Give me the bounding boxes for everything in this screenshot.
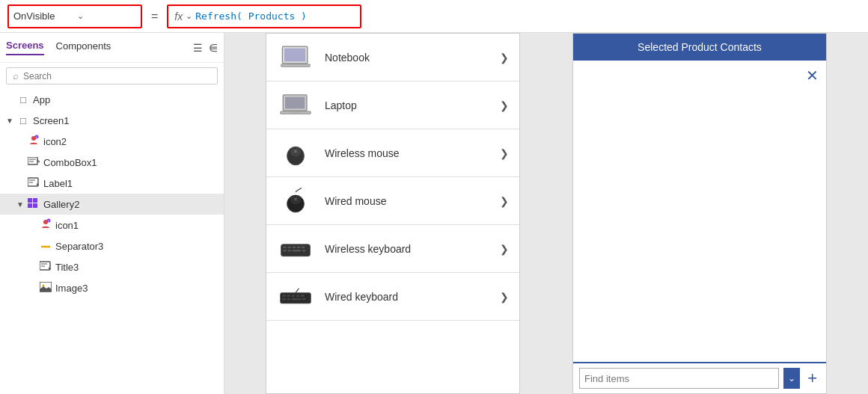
tabs-row: Screens Components ☰ ⋹ — [0, 33, 224, 63]
icon2-label: icon2 — [43, 136, 218, 147]
tree-arrow-screen1: ▼ — [6, 117, 13, 125]
tree-item-combobox1[interactable]: ComboBox1 — [0, 152, 224, 173]
formula-text: Refresh( Products ) — [195, 10, 307, 22]
svg-text:+: + — [48, 218, 50, 223]
canvas-area: Notebook ❯ Laptop ❯ — [224, 33, 868, 394]
equals-sign: = — [148, 10, 161, 23]
gallery-item-wireless-mouse[interactable]: Wireless mouse ❯ — [266, 129, 519, 177]
svg-rect-40 — [287, 246, 290, 248]
property-chevron[interactable]: ⌄ — [77, 11, 136, 21]
fx-chevron[interactable]: ⌄ — [186, 11, 192, 21]
svg-rect-50 — [287, 295, 290, 297]
tree-item-separator3[interactable]: Separator3 — [0, 236, 224, 256]
svg-rect-11 — [33, 198, 37, 203]
tab-icons: ☰ ⋹ — [193, 42, 218, 54]
laptop-img — [277, 90, 314, 120]
tree-item-label1[interactable]: Label1 — [0, 173, 224, 194]
svg-rect-55 — [287, 298, 290, 300]
app-label: App — [33, 94, 218, 105]
tree-arrow-icon2 — [16, 138, 24, 146]
wired-keyboard-label: Wired keyboard — [325, 291, 489, 303]
property-name: OnVisible — [13, 10, 73, 22]
svg-point-33 — [294, 149, 297, 153]
fx-label: fx — [174, 10, 183, 22]
tree-arrow — [6, 96, 13, 104]
list-icon[interactable]: ☰ — [193, 42, 203, 54]
screen-icon: □ — [16, 115, 30, 126]
contacts-header: Selected Product Contacts — [573, 34, 826, 61]
find-items-input[interactable] — [579, 368, 779, 389]
tree-item-gallery2[interactable]: ▼ Gallery2 — [0, 194, 224, 215]
wireless-mouse-chevron: ❯ — [500, 147, 509, 159]
tree-arrow-icon1 — [28, 221, 36, 230]
close-button[interactable]: ✕ — [806, 67, 819, 84]
gallery-item-wired-mouse[interactable]: Wired mouse ❯ — [266, 177, 519, 225]
svg-rect-12 — [28, 203, 32, 208]
search-box: ⌕ — [6, 67, 218, 84]
tree-item-icon2[interactable]: + icon2 — [0, 131, 224, 152]
svg-rect-56 — [292, 298, 301, 300]
contacts-body: ✕ — [573, 61, 826, 363]
image3-label: Image3 — [55, 283, 218, 294]
contacts-footer: ⌄ + — [573, 363, 826, 393]
svg-rect-52 — [296, 295, 299, 297]
wireless-keyboard-chevron: ❯ — [500, 243, 509, 255]
contacts-title: Selected Product Contacts — [638, 41, 762, 53]
gallery2-label: Gallery2 — [43, 199, 218, 210]
svg-rect-53 — [301, 295, 304, 297]
combobox1-label: ComboBox1 — [43, 157, 218, 168]
tree-item-app[interactable]: □ App — [0, 89, 224, 110]
svg-point-37 — [294, 197, 297, 200]
svg-rect-24 — [284, 48, 305, 61]
title3-label: Title3 — [55, 262, 218, 273]
label1-label: Label1 — [43, 178, 218, 189]
svg-rect-54 — [282, 298, 285, 300]
wireless-keyboard-img — [277, 234, 314, 264]
svg-rect-43 — [302, 246, 305, 248]
tree-item-screen1[interactable]: ▼ □ Screen1 — [0, 110, 224, 131]
separator3-icon — [39, 241, 52, 252]
add-button[interactable]: + — [804, 370, 820, 387]
tree-item-icon1[interactable]: + icon1 — [0, 215, 224, 236]
wired-mouse-chevron: ❯ — [500, 195, 509, 207]
icon2-icon: + — [27, 135, 40, 149]
screen1-label: Screen1 — [33, 115, 218, 126]
tree-arrow-sep3 — [28, 242, 36, 250]
tab-components[interactable]: Components — [56, 40, 111, 55]
svg-rect-42 — [297, 246, 300, 248]
app-icon: □ — [16, 94, 30, 105]
svg-rect-47 — [302, 249, 305, 251]
wireless-mouse-img — [277, 138, 314, 168]
icon1-label: icon1 — [55, 220, 218, 231]
gallery-item-wired-keyboard[interactable]: Wired keyboard ❯ — [266, 273, 519, 321]
title3-icon — [39, 261, 52, 274]
property-selector[interactable]: OnVisible ⌄ — [7, 4, 142, 28]
label1-icon — [27, 177, 40, 190]
formula-bar[interactable]: fx ⌄ Refresh( Products ) — [167, 4, 361, 28]
find-items-dropdown[interactable]: ⌄ — [783, 368, 800, 389]
gallery-panel: Notebook ❯ Laptop ❯ — [266, 33, 520, 394]
tab-screens[interactable]: Screens — [6, 40, 44, 55]
tree-arrow-image3 — [28, 284, 36, 292]
svg-rect-51 — [292, 295, 295, 297]
gallery-item-laptop[interactable]: Laptop ❯ — [266, 81, 519, 129]
gallery-item-notebook[interactable]: Notebook ❯ — [266, 34, 519, 81]
notebook-img — [277, 43, 314, 73]
tree-item-title3[interactable]: Title3 — [0, 256, 224, 277]
search-input[interactable] — [23, 71, 211, 81]
grid-icon[interactable]: ⋹ — [209, 42, 218, 54]
tree-arrow-gallery2: ▼ — [16, 200, 24, 209]
gallery-item-wireless-keyboard[interactable]: Wireless keyboard ❯ — [266, 225, 519, 273]
tree-arrow-combo — [16, 158, 24, 167]
tree-arrow-label1 — [16, 179, 24, 188]
tree-item-image3[interactable]: Image3 — [0, 277, 224, 298]
laptop-chevron: ❯ — [500, 99, 509, 111]
wireless-mouse-label: Wireless mouse — [325, 147, 489, 159]
wired-mouse-img — [277, 186, 314, 216]
svg-rect-27 — [285, 96, 305, 108]
main-layout: Screens Components ☰ ⋹ ⌕ □ App ▼ □ Scree… — [0, 33, 868, 394]
icon1-icon: + — [39, 218, 52, 233]
wired-mouse-label: Wired mouse — [325, 195, 489, 207]
wired-keyboard-img — [277, 282, 314, 312]
top-bar: OnVisible ⌄ = fx ⌄ Refresh( Products ) — [0, 0, 868, 33]
